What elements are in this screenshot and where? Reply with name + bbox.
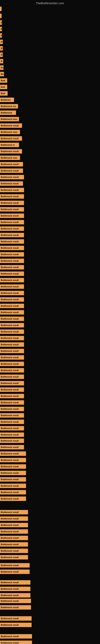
bar-item bbox=[0, 6, 1, 12]
bar-item: Bottleneck result bbox=[0, 604, 31, 610]
bar-item: Bottleneck result bbox=[0, 509, 28, 515]
bar-label: Bottleneck result bbox=[0, 381, 24, 386]
bar-item: Bottleneck result bbox=[0, 580, 30, 585]
bar-item: Bottleneck result bbox=[0, 187, 24, 193]
bar-item: Bottleneck result bbox=[0, 316, 24, 322]
bar-item: Bottleneck result bbox=[0, 232, 24, 238]
bar-item: Bottleneck result bbox=[0, 470, 26, 476]
bar-label: B bbox=[0, 59, 3, 64]
bar-label: Bottleneck result bbox=[0, 149, 22, 154]
bar-item: Bolt bbox=[0, 84, 7, 90]
bar-item: Bottleneck result bbox=[0, 554, 28, 560]
bar-item: Bottleneck res bbox=[0, 104, 18, 109]
bar-label: Bolt bbox=[0, 85, 7, 89]
bar-item: Bottleneck result bbox=[0, 168, 23, 174]
bar-label: Bottleneck result bbox=[0, 616, 32, 621]
bar-item: Bottleneck result bbox=[0, 393, 24, 399]
bar-item: Bottleneck result bbox=[0, 342, 24, 347]
bar-item: Bottleneck result bbox=[0, 483, 26, 489]
bar-item: Bottleneck result bbox=[0, 219, 24, 225]
bar-item: Bottleneck result bbox=[0, 542, 28, 547]
bar-label: Bottleneck result bbox=[0, 246, 24, 250]
bar-label: Bottleneck result bbox=[0, 484, 26, 488]
bar-item: Bo bbox=[0, 71, 4, 77]
bar-label: Bottleneck result bbox=[0, 555, 28, 560]
bar-label: Bottleneck res bbox=[0, 104, 18, 108]
bar-item: Bottleneck result bbox=[0, 123, 22, 128]
bar-item: E bbox=[0, 26, 2, 32]
bar-item: Bottleneck result bbox=[0, 310, 24, 315]
bar-label: Bottleneck result bbox=[0, 368, 24, 372]
chart-area: TheBottlenecker.com EEEBBBBBoBoBottBoltB… bbox=[0, 0, 100, 644]
bar-item: Bottleneck result bbox=[0, 640, 32, 644]
bar-item: Bottleneck result bbox=[0, 438, 24, 444]
bar-label: Bottleneck result bbox=[0, 252, 24, 256]
bar-label: Bottleneck result bbox=[0, 123, 22, 128]
bar-item: Bottleneck result bbox=[0, 516, 28, 522]
bar-label: Bottleneck result bbox=[0, 265, 24, 270]
bar-item: Bottleneck result bbox=[0, 290, 24, 296]
bar-item: Bottleneck result bbox=[0, 136, 22, 141]
bar-item: Bottleneck result bbox=[0, 476, 26, 482]
bar-item: Bottleneck result bbox=[0, 284, 24, 290]
bar-label: Bottleneck resu bbox=[0, 156, 20, 160]
bar-label: Bottleneck result bbox=[0, 355, 24, 360]
bar-item: Bottleneck result bbox=[0, 419, 24, 425]
bar-item: Bottleneck result bbox=[0, 181, 23, 186]
bar-item: Bottleneck result bbox=[0, 303, 24, 309]
bar-item: Bottleneck re bbox=[0, 142, 19, 148]
bar-label: Bottleneck result bbox=[0, 548, 28, 553]
bar-item: Bottleneck result bbox=[0, 245, 24, 251]
bar-label: Bott bbox=[0, 78, 7, 83]
bar-item: Bottleneck result bbox=[0, 432, 24, 438]
bar-label: Bottleneck result bbox=[0, 272, 24, 276]
bar-label: Bottleneck result bbox=[0, 201, 24, 205]
bar-label: Bottleneck result bbox=[0, 258, 24, 263]
bar-label: Bottleneck result bbox=[0, 362, 24, 366]
bar-item bbox=[0, 13, 1, 19]
bar-label: Bottleneck result bbox=[0, 432, 24, 437]
bar-label: Bottleneck resu bbox=[0, 117, 19, 121]
bar-item: Bottleneck result bbox=[0, 162, 23, 167]
bar-label: Bottleneck result bbox=[0, 188, 24, 192]
bar-item: Bott bbox=[0, 78, 7, 83]
bar-label: Bottleneck result bbox=[0, 291, 24, 295]
bar-item: Bottleneck result bbox=[0, 335, 24, 341]
bar-label: E bbox=[0, 20, 2, 25]
bar-item: Bottleneck result bbox=[0, 426, 24, 431]
bar-label: Bottleneck re bbox=[0, 143, 19, 147]
bar-label: Bottleneck result bbox=[0, 490, 26, 494]
bar-item: Bottleneck result bbox=[0, 239, 24, 244]
bar-item: Bottleneck result bbox=[0, 206, 24, 212]
bar-item: Bottleneck result bbox=[0, 297, 24, 302]
bar-label: Bottleneck result bbox=[0, 563, 30, 568]
bar-label: Bottleneck result bbox=[0, 426, 24, 430]
bar-label: Bottleneck result bbox=[0, 162, 23, 166]
bar-item: Bottleneck result bbox=[0, 490, 26, 495]
bar-item: Bottleneck result bbox=[0, 322, 24, 328]
bar-label: Bottleneck result bbox=[0, 374, 24, 379]
bar-item: Bottleneck result bbox=[0, 264, 24, 270]
bar-label: Bottleneck result bbox=[0, 336, 24, 340]
bar-item: Bottleneck result bbox=[0, 457, 26, 463]
bar-label: Bottleneck result bbox=[0, 136, 22, 141]
bar-label: Bottleneck result bbox=[0, 284, 24, 289]
bar-label: Bottleneck result bbox=[0, 445, 24, 450]
bar-label: Bottleneck result bbox=[0, 278, 24, 282]
bar-label: Bottleneck result bbox=[0, 599, 31, 603]
bar-label: Bottleneck result bbox=[0, 342, 24, 347]
bar-item: Bottleneck result bbox=[0, 271, 24, 276]
bar-label: E bbox=[0, 27, 2, 31]
bar-label: Bottleneck result bbox=[0, 542, 28, 546]
bar-label: Bottleneck result bbox=[0, 220, 24, 224]
bar-label: Bottleneck result bbox=[0, 316, 24, 321]
bar-item: Bottleneck result bbox=[0, 329, 24, 334]
bar-label: Bottleneck result bbox=[0, 194, 24, 199]
bar-label: Bottleneck result bbox=[0, 605, 31, 610]
bar-label: Bottleneck result bbox=[0, 407, 24, 411]
bar-item: Bottleneck resu bbox=[0, 116, 19, 122]
bar-item: Bottleneck result bbox=[0, 451, 26, 456]
bar-label: Bo bbox=[0, 66, 3, 70]
bar-item: Bottleneck resu bbox=[0, 129, 20, 135]
bar-label: Bottleneck result bbox=[0, 593, 30, 598]
